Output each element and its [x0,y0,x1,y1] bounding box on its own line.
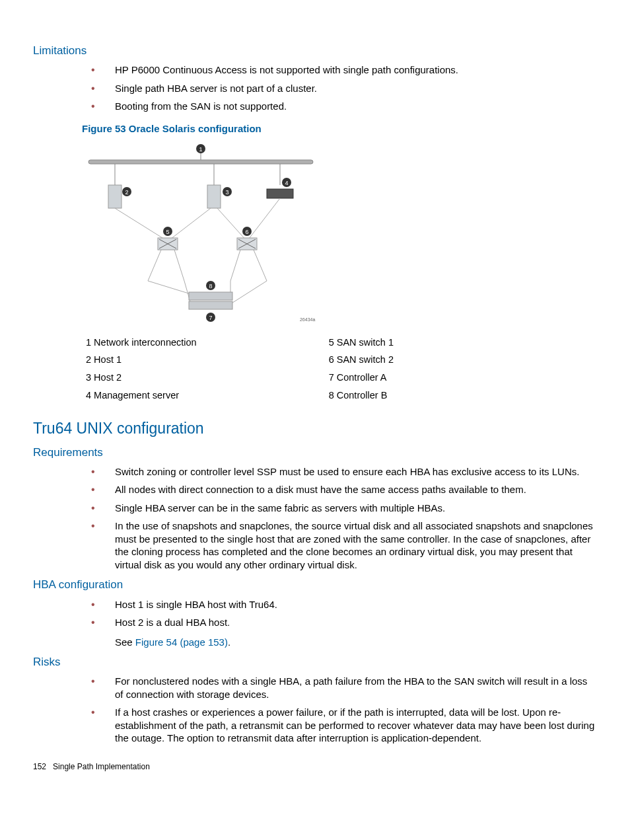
legend-item: 8 Controller B [329,389,394,402]
svg-text:4: 4 [285,180,288,186]
heading-risks: Risks [33,655,597,669]
list-item: HP P6000 Continuous Access is not suppor… [91,63,597,77]
see-prefix: See [115,636,135,648]
heading-limitations: Limitations [33,44,597,58]
legend-item: 1 Network interconnection [86,336,197,349]
svg-rect-13 [267,189,293,198]
see-suffix: . [228,636,230,648]
figure-ref: 26434a [300,317,315,322]
figure-link[interactable]: Figure 54 (page 153) [135,636,228,648]
list-item: For nonclustered nodes with a single HBA… [91,675,597,701]
list-item: In the use of snapshots and snapclones, … [91,519,597,571]
svg-text:1: 1 [199,146,202,153]
legend-item: 2 Host 1 [86,354,197,366]
list-item: Host 2 is a dual HBA host. [91,616,597,629]
figure-caption: Figure 53 Oracle Solaris configuration [82,122,597,135]
svg-line-18 [217,208,247,241]
svg-line-17 [168,208,211,241]
see-reference: See Figure 54 (page 153). [115,636,597,649]
svg-line-36 [254,250,267,281]
list-item: Single path HBA server is not part of a … [91,82,597,95]
svg-text:6: 6 [245,229,248,235]
svg-text:2: 2 [125,189,128,196]
list-requirements: Switch zoning or controller level SSP mu… [33,465,597,572]
list-item: Single HBA server can be in the same fab… [91,502,597,515]
svg-line-16 [115,208,168,241]
heading-section: Tru64 UNIX configuration [33,419,597,439]
svg-text:5: 5 [166,229,169,235]
list-item: Host 1 is single HBA host with Tru64. [91,598,597,611]
figure-diagram: 1 2 3 4 5 6 8 7 26434a [82,139,320,327]
legend-item: 6 SAN switch 2 [329,354,394,366]
svg-line-19 [247,198,280,241]
legend-item: 5 SAN switch 1 [329,336,394,349]
list-item: Booting from the SAN is not supported. [91,100,597,113]
list-item: Switch zoning or controller level SSP mu… [91,465,597,478]
svg-rect-39 [189,301,232,309]
svg-text:3: 3 [225,189,228,196]
list-item: All nodes with direct connection to a di… [91,483,597,496]
heading-requirements: Requirements [33,445,597,460]
list-risks: For nonclustered nodes with a single HBA… [33,675,597,745]
svg-line-34 [230,250,240,281]
page-footer: 152 Single Path Implementation [33,762,597,773]
svg-text:7: 7 [209,315,212,321]
footer-title: Single Path Implementation [53,762,150,771]
svg-text:8: 8 [209,283,212,289]
svg-line-31 [148,281,191,294]
figure-legend: 1 Network interconnection 2 Host 1 3 Hos… [86,336,597,407]
legend-item: 7 Controller A [329,371,394,384]
svg-line-30 [148,250,161,281]
svg-line-37 [230,281,267,304]
svg-rect-0 [88,160,313,164]
heading-hba-configuration: HBA configuration [33,578,597,592]
svg-line-32 [174,250,184,281]
list-limitations: HP P6000 Continuous Access is not suppor… [33,63,597,113]
list-item: If a host crashes or experiences a power… [91,706,597,745]
svg-rect-38 [189,292,232,300]
list-hba: Host 1 is single HBA host with Tru64. Ho… [33,598,597,629]
legend-item: 3 Host 2 [86,371,197,384]
legend-item: 4 Management server [86,389,197,402]
page-number: 152 [33,762,46,771]
svg-rect-10 [207,185,221,208]
svg-rect-7 [108,185,122,208]
